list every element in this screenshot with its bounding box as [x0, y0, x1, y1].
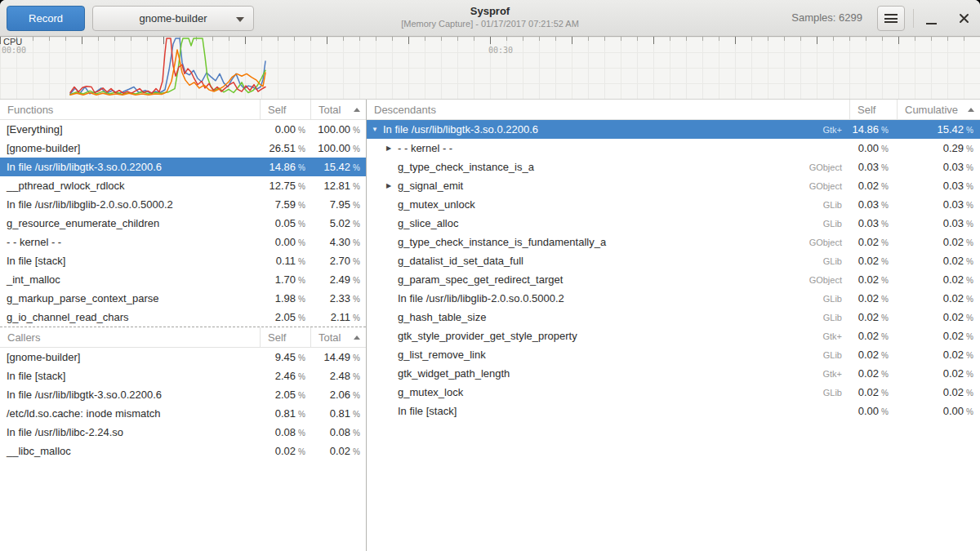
callers-row[interactable]: In file /usr/lib/libc-2.24.so0.08%0.08%: [0, 423, 366, 442]
library-tag: GObject: [809, 238, 849, 247]
percent-sign: %: [353, 220, 360, 229]
cumulative-percent: 0.03%: [897, 161, 980, 173]
self-percent-value: 0.00: [275, 236, 296, 248]
descendants-self-column-header[interactable]: Self: [849, 100, 897, 119]
functions-row[interactable]: g_resource_enumerate_children0.05%5.02%: [0, 214, 366, 233]
expander-open-icon[interactable]: ▼: [372, 127, 383, 133]
function-name-text: g_type_check_instance_is_fundamentally_a: [398, 236, 606, 248]
functions-row[interactable]: - - kernel - -0.00%4.30%: [0, 233, 366, 251]
descendants-row[interactable]: ▼In file /usr/lib/libgtk-3.so.0.2200.6Gt…: [367, 120, 980, 139]
descendants-row[interactable]: g_slice_allocGLib0.03%0.03%: [367, 214, 980, 233]
library-tag: GObject: [809, 181, 849, 191]
functions-row[interactable]: In file [stack]0.11%2.70%: [0, 251, 366, 270]
cumulative-percent: 0.02%: [897, 236, 980, 248]
function-name: /etc/ld.so.cache: inode mismatch: [0, 407, 260, 420]
descendants-row[interactable]: g_mutex_lockGLib0.02%0.02%: [367, 383, 980, 402]
function-name: g_slice_allocGLib: [367, 217, 849, 229]
descendants-column-header[interactable]: Descendants: [367, 100, 849, 119]
descendants-row[interactable]: ▶g_signal_emitGObject0.02%0.03%: [367, 176, 980, 195]
record-button[interactable]: Record: [7, 6, 85, 31]
total-percent-value: 0.02: [330, 445, 350, 457]
functions-row[interactable]: [Everything]0.00%100.00%: [0, 120, 366, 139]
self-percent: 0.02%: [260, 445, 310, 457]
close-button[interactable]: [949, 6, 978, 31]
descendants-row[interactable]: g_param_spec_get_redirect_targetGObject0…: [367, 270, 980, 289]
descendants-cumulative-column-header[interactable]: Cumulative: [897, 100, 980, 119]
total-percent-value: 4.30: [330, 236, 350, 248]
percent-sign: %: [298, 201, 305, 210]
callers-row[interactable]: In file /usr/lib/libgtk-3.so.0.2200.62.0…: [0, 385, 366, 404]
library-tag: Gtk+: [822, 331, 849, 341]
expander-closed-icon[interactable]: ▶: [386, 145, 398, 152]
descendants-table-header: Descendants Self Cumulative: [367, 100, 980, 120]
callers-total-column-header[interactable]: Total: [310, 327, 366, 347]
callers-column-header[interactable]: Callers: [0, 327, 260, 347]
self-percent-value: 2.46: [275, 370, 296, 382]
self-percent-value: 2.05: [275, 311, 296, 323]
expander-closed-icon[interactable]: ▶: [386, 183, 398, 189]
descendants-row[interactable]: In file /usr/lib/libglib-2.0.so.0.5000.2…: [367, 289, 980, 308]
cumulative-percent: 0.03%: [897, 198, 980, 211]
callers-row[interactable]: [gnome-builder]9.45%14.49%: [0, 348, 366, 367]
functions-row[interactable]: __pthread_rwlock_rdlock12.75%12.81%: [0, 176, 366, 195]
self-percent: 0.02%: [849, 330, 897, 342]
descendants-row[interactable]: ▶- - kernel - -0.00%0.29%: [367, 139, 980, 158]
cumulative-percent-value: 0.02: [943, 311, 964, 323]
descendants-row[interactable]: gtk_widget_path_lengthGtk+0.02%0.02%: [367, 364, 980, 383]
total-percent-value: 2.49: [330, 273, 350, 286]
cumulative-percent: 0.03%: [897, 217, 980, 229]
functions-self-column-header[interactable]: Self: [260, 100, 310, 119]
percent-sign: %: [298, 313, 305, 322]
total-percent-value: 5.02: [330, 217, 350, 229]
self-percent-value: 0.03: [858, 161, 879, 173]
descendants-row[interactable]: g_type_check_instance_is_aGObject0.03%0.…: [367, 158, 980, 176]
self-percent-value: 0.02: [858, 236, 879, 248]
minimize-icon: [926, 23, 937, 24]
callers-row[interactable]: /etc/ld.so.cache: inode mismatch0.81%0.8…: [0, 404, 366, 423]
percent-sign: %: [298, 410, 305, 419]
functions-row[interactable]: g_io_channel_read_chars2.05%2.11%: [0, 308, 366, 327]
functions-row[interactable]: [gnome-builder]26.51%100.00%: [0, 139, 366, 158]
percent-sign: %: [353, 447, 360, 456]
minimize-button[interactable]: [916, 6, 946, 31]
functions-row[interactable]: g_markup_parse_context_parse1.98%2.33%: [0, 289, 366, 308]
percent-sign: %: [881, 126, 889, 135]
descendants-row[interactable]: g_mutex_unlockGLib0.03%0.03%: [367, 195, 980, 214]
functions-column-header[interactable]: Functions: [0, 100, 260, 119]
percent-sign: %: [353, 201, 360, 210]
total-percent: 0.02%: [310, 445, 366, 457]
function-name: In file [stack]: [0, 370, 260, 382]
percent-sign: %: [298, 220, 305, 229]
functions-row[interactable]: In file /usr/lib/libgtk-3.so.0.2200.614.…: [0, 158, 366, 176]
self-percent-value: 12.75: [270, 180, 296, 192]
descendants-row[interactable]: g_list_remove_linkGLib0.02%0.02%: [367, 345, 980, 364]
self-percent: 0.03%: [849, 161, 897, 173]
self-percent: 0.02%: [849, 273, 897, 286]
callers-row[interactable]: In file [stack]2.46%2.48%: [0, 367, 366, 385]
function-name: __pthread_rwlock_rdlock: [0, 180, 260, 192]
menu-button[interactable]: [877, 6, 905, 31]
percent-sign: %: [353, 313, 360, 322]
target-process-label: gnome-builder: [139, 12, 207, 24]
target-process-dropdown[interactable]: gnome-builder: [92, 6, 254, 31]
descendants-row[interactable]: gtk_style_provider_get_style_propertyGtk…: [367, 327, 980, 345]
functions-total-column-header[interactable]: Total: [310, 100, 366, 119]
self-percent-value: 0.00: [275, 123, 296, 136]
self-percent-value: 0.02: [275, 445, 296, 457]
functions-table-header: Functions Self Total: [0, 100, 366, 120]
sort-ascending-icon: [968, 108, 974, 112]
descendants-row[interactable]: g_type_check_instance_is_fundamentally_a…: [367, 233, 980, 251]
self-percent-value: 1.98: [275, 292, 296, 304]
percent-sign: %: [881, 407, 889, 416]
callers-self-column-header[interactable]: Self: [260, 327, 310, 347]
cpu-graph[interactable]: CPU 00:00 00:30: [0, 37, 980, 100]
descendants-row[interactable]: g_datalist_id_set_data_fullGLib0.02%0.02…: [367, 251, 980, 270]
descendants-row[interactable]: In file [stack]0.00%0.00%: [367, 402, 980, 420]
functions-row[interactable]: In file /usr/lib/libglib-2.0.so.0.5000.2…: [0, 195, 366, 214]
descendants-row[interactable]: g_hash_table_sizeGLib0.02%0.02%: [367, 308, 980, 327]
total-percent-value: 7.95: [330, 198, 350, 211]
functions-row[interactable]: _int_malloc1.70%2.49%: [0, 270, 366, 289]
function-name: g_type_check_instance_is_aGObject: [367, 161, 849, 173]
callers-row[interactable]: __libc_malloc0.02%0.02%: [0, 442, 366, 460]
percent-sign: %: [966, 351, 973, 360]
